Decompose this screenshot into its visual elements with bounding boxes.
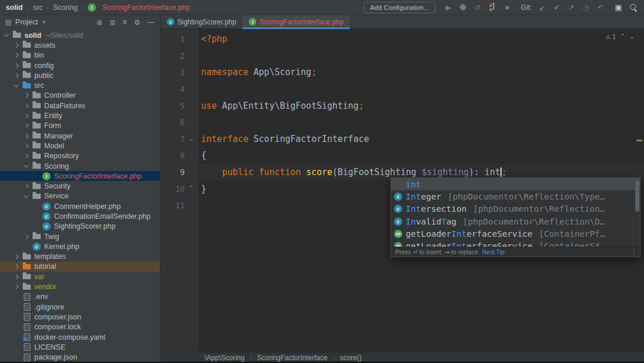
tree-item-composer-json[interactable]: composer.json — [0, 312, 160, 322]
bottom-breadcrumb-item[interactable]: score() — [340, 354, 362, 362]
completion-item-1[interactable]: cInteger[phpDocumentor\Reflection\Type… — [391, 190, 640, 202]
add-configuration-button[interactable]: Add Configuration... — [364, 2, 436, 13]
tree-item-service[interactable]: Service — [0, 191, 160, 201]
tree-item-scoring[interactable]: Scoring — [0, 161, 160, 171]
tree-expand-arrow-icon[interactable] — [24, 93, 28, 98]
tree-expand-arrow-icon[interactable] — [14, 73, 19, 78]
tab-sightingscorer-php[interactable]: cSightingScorer.php — [160, 15, 242, 29]
tree-item-kernel-php[interactable]: cKernel.php — [0, 241, 160, 251]
tree-item-entity[interactable]: Entity — [0, 111, 160, 120]
tree-collapse-arrow-icon[interactable] — [4, 32, 9, 37]
tree-expand-arrow-icon[interactable] — [14, 43, 19, 48]
completion-item-3[interactable]: cInvalidTag[phpDocumentor\Reflection\D… — [391, 215, 640, 227]
locate-file-icon[interactable]: ⊕ — [96, 18, 102, 27]
tree-item--gitignore[interactable]: .gitignore — [0, 302, 160, 312]
tree-item-twig[interactable]: Twig — [0, 232, 160, 241]
debug-icon[interactable] — [459, 3, 467, 12]
tree-item-tutorial[interactable]: tutorial — [0, 262, 160, 272]
code-line-1[interactable]: 1<?php — [160, 31, 644, 48]
fold-open-icon[interactable]: ⌄ — [188, 134, 194, 143]
chevron-down-icon[interactable]: ▾ — [42, 19, 45, 25]
tree-item-package-json[interactable]: package.json — [0, 353, 160, 362]
tree-item-license[interactable]: LICENSE — [0, 342, 160, 352]
tree-expand-arrow-icon[interactable] — [24, 154, 28, 158]
breadcrumb-item[interactable]: IScoringFactorInterface.php — [88, 3, 190, 12]
history-icon[interactable]: ◷ — [582, 3, 590, 12]
code-line-3[interactable]: 3namespace App\Scoring; — [160, 64, 644, 81]
tree-expand-arrow-icon[interactable] — [24, 144, 28, 148]
bottom-breadcrumb-item[interactable]: ScoringFactorInterface — [257, 354, 327, 362]
tree-item-manager[interactable]: Manager — [0, 131, 160, 141]
inspections-widget[interactable]: ⚠ 1 ⌃ ⌄ — [605, 33, 635, 40]
tree-item-datafixtures[interactable]: DataFixtures — [0, 101, 160, 111]
toolwindow-icon[interactable]: ▣ — [614, 3, 622, 12]
tree-item-docker-compose-yaml[interactable]: docker-compose.yaml — [0, 332, 160, 342]
tree-item-vendor[interactable]: vendor — [0, 282, 160, 291]
tree-item-bin[interactable]: bin — [0, 51, 160, 61]
code-line-7[interactable]: 7⌄interface ScoringFactorInterface — [160, 131, 644, 148]
tree-expand-arrow-icon[interactable] — [24, 113, 28, 118]
collapse-all-icon[interactable]: ≡ — [123, 18, 127, 26]
code-line-5[interactable]: 5use App\Entity\BigFootSighting; — [160, 97, 644, 114]
code-line-4[interactable]: 4 — [160, 81, 644, 98]
code-line-6[interactable]: 6 — [160, 114, 644, 131]
tree-item-templates[interactable]: templates — [0, 252, 160, 262]
next-tip-link[interactable]: Next Tip — [482, 248, 505, 255]
tree-item-solid[interactable]: solid~/Sites/solid — [0, 30, 160, 40]
tree-collapse-arrow-icon[interactable] — [24, 163, 28, 168]
tree-expand-arrow-icon[interactable] — [14, 63, 19, 67]
tree-item-config[interactable]: config — [0, 61, 160, 70]
tree-expand-arrow-icon[interactable] — [24, 123, 28, 128]
completion-item-4[interactable]: mgetLoaderInterfaceService[ContainerPf… — [391, 227, 640, 240]
tree-item-assets[interactable]: assets — [0, 40, 160, 50]
breadcrumb-item[interactable]: src — [33, 3, 43, 12]
stop-icon[interactable]: ■ — [503, 3, 511, 12]
tree-item-model[interactable]: Model — [0, 141, 160, 151]
bottom-breadcrumb-item[interactable]: \App\Scoring — [205, 354, 245, 362]
breadcrumb-item[interactable]: Scoring — [53, 3, 77, 12]
minimize-icon[interactable]: — — [148, 18, 155, 26]
profiler-icon[interactable]: ] — [488, 3, 496, 12]
more-icon[interactable]: ⋮ — [631, 248, 637, 256]
tree-item-src[interactable]: src — [0, 80, 160, 90]
tree-expand-arrow-icon[interactable] — [14, 275, 19, 279]
tree-item-sightingscorer-php[interactable]: cSightingScorer.php — [0, 222, 160, 232]
tree-expand-arrow-icon[interactable] — [14, 254, 19, 259]
tree-item-controller[interactable]: Controller — [0, 91, 160, 101]
git-commit-icon[interactable]: ✔ — [553, 3, 561, 12]
tab-scoringfactorinterface-php[interactable]: IScoringFactorInterface.php — [242, 15, 350, 29]
tree-collapse-arrow-icon[interactable] — [24, 193, 28, 198]
tree-item-var[interactable]: var — [0, 272, 160, 282]
completion-item-2[interactable]: cIntersection[phpDocumentor\Reflection… — [391, 203, 640, 215]
tree-item-composer-lock[interactable]: composer.lock — [0, 322, 160, 332]
tree-item-public[interactable]: public — [0, 70, 160, 80]
coverage-icon[interactable]: ↺ — [473, 3, 481, 12]
tree-item-scoringfactorinterface-php[interactable]: IScoringFactorInterface.php — [0, 171, 160, 181]
tree-collapse-arrow-icon[interactable] — [14, 82, 19, 87]
git-update-icon[interactable]: ↙ — [538, 3, 546, 12]
git-push-icon[interactable]: ↗ — [567, 3, 575, 12]
tree-item-security[interactable]: Security — [0, 181, 160, 191]
tree-item-confirmationemailsender-php[interactable]: cConfirmationEmailSender.php — [0, 211, 160, 221]
project-panel-title[interactable]: Project — [15, 18, 38, 26]
breadcrumb-item[interactable]: solid — [6, 3, 23, 12]
tree-expand-arrow-icon[interactable] — [24, 184, 28, 188]
tree-expand-arrow-icon[interactable] — [24, 234, 28, 239]
tree-item-repository[interactable]: Repository — [0, 151, 160, 161]
fold-close-icon[interactable]: ⌃ — [188, 184, 194, 193]
code-line-8[interactable]: 8{ — [160, 147, 644, 164]
completion-item-5[interactable]: mgetLoaderInterfaceService[ContainerS4 — [391, 240, 640, 247]
tree-expand-arrow-icon[interactable] — [14, 53, 19, 58]
tree-expand-arrow-icon[interactable] — [14, 264, 19, 269]
completion-item-0[interactable]: int — [391, 178, 640, 190]
tree-item--env[interactable]: .env — [0, 292, 160, 302]
expand-all-icon[interactable]: ≣ — [110, 18, 116, 27]
rollback-icon[interactable]: ↶ — [596, 3, 604, 12]
code-line-2[interactable]: 2 — [160, 48, 644, 65]
popup-scrollbar[interactable] — [635, 180, 639, 212]
tree-item-form[interactable]: Form — [0, 121, 160, 131]
run-icon[interactable]: ▶ — [444, 3, 452, 12]
search-everywhere-icon[interactable] — [629, 3, 637, 12]
prev-problem-icon[interactable]: ⌃ — [620, 33, 625, 40]
tree-expand-arrow-icon[interactable] — [24, 103, 28, 108]
